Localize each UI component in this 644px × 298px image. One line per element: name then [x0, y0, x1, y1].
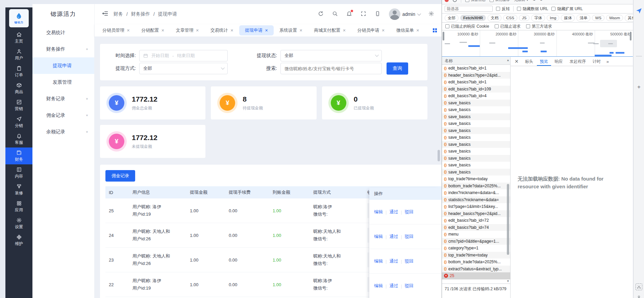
rail-item-service[interactable]: 客服 [5, 131, 32, 147]
request-row[interactable]: {}edit_basics?tab_id=1 [442, 65, 510, 72]
menu-item-withdraw-apply[interactable]: 提现申请 [32, 57, 94, 74]
breadcrumb-item[interactable]: 财务操作 [131, 11, 150, 17]
request-row[interactable]: {}edit_basics?tab_id=1 [442, 79, 510, 86]
blocked-checkbox[interactable]: 已阻止请求 [495, 24, 521, 29]
close-icon[interactable]: ✕ [161, 28, 164, 33]
request-row[interactable]: {}save_basics [442, 162, 510, 169]
request-row[interactable]: {}save_basics [442, 148, 510, 155]
date-range-input[interactable]: 开始日期 - 结束日期 [139, 50, 228, 61]
request-list-scrollbar[interactable]: ▲ ▼ [506, 65, 510, 283]
rail-item-home[interactable]: 主页 [5, 29, 32, 46]
rail-item-maintain[interactable]: 维护 [5, 232, 32, 249]
scrollbar-thumb[interactable] [507, 184, 509, 255]
request-row[interactable]: {}save_basics [442, 100, 510, 107]
menu-item-balance-records[interactable]: 余额记录∨ [32, 124, 94, 140]
action-edit[interactable]: 编辑 [374, 209, 383, 215]
query-button[interactable]: 查询 [387, 62, 408, 75]
mobile-preview-icon[interactable] [375, 11, 380, 18]
menu-item-invoice-manage[interactable]: 发票管理 [32, 74, 94, 90]
menu-item-finance-ops[interactable]: 财务操作∧ [32, 41, 94, 57]
rail-item-users[interactable]: 用户 [5, 46, 32, 63]
rail-item-marketing[interactable]: 营销 [5, 97, 32, 114]
settings-gear-icon[interactable] [428, 11, 434, 18]
scroll-up-icon[interactable]: ▲ [506, 58, 510, 62]
filter-pill-Fetch/XHR[interactable]: Fetch/XHR [460, 15, 486, 21]
menu-item-trade-stats[interactable]: 交易统计 [32, 24, 94, 41]
method-select[interactable]: 全部 [139, 63, 228, 74]
action-approve[interactable]: 通过 [389, 209, 398, 215]
network-timeline-overview[interactable]: 100000 毫秒200000 毫秒300000 毫秒400000 毫秒5000… [442, 30, 633, 57]
user-menu[interactable]: admin [389, 8, 420, 20]
action-edit[interactable]: 编辑 [374, 283, 383, 289]
record-icon[interactable] [445, 0, 449, 2]
status-select[interactable]: 全部 [280, 50, 382, 61]
rail-item-goods[interactable]: 商品 [5, 80, 32, 97]
rail-item-orders[interactable]: 订单 [5, 63, 32, 80]
blocked-checkbox[interactable]: 已阻止的响应 Cookie [445, 24, 489, 29]
fullscreen-icon[interactable] [361, 11, 366, 18]
filter-pill-Wasm[interactable]: Wasm [606, 15, 623, 21]
tab-article-manage[interactable]: 文章管理✕ [170, 25, 204, 35]
request-row[interactable]: {}bottom_trade?data=2025%... [442, 183, 510, 190]
screenshot-scissors-icon[interactable] [634, 283, 644, 290]
name-column-header[interactable]: 名称 [442, 57, 510, 65]
menu-item-finance-records[interactable]: 财务记录∨ [32, 90, 94, 107]
search-input[interactable] [280, 63, 382, 74]
action-reject[interactable]: 驳回 [405, 209, 414, 215]
rail-item-finance[interactable]: 财务 [5, 147, 32, 164]
tab-dist-apply[interactable]: 分销员申请✕ [352, 25, 391, 35]
tab-system-settings[interactable]: 系统设置✕ [274, 25, 308, 35]
request-row[interactable]: {}category?type=1 [442, 245, 510, 252]
action-approve[interactable]: 通过 [389, 283, 398, 289]
request-row[interactable]: {}save_basics [442, 127, 510, 134]
breadcrumb-item[interactable]: 提现申请 [158, 11, 177, 17]
tab-dist-manage[interactable]: 分销员管理✕ [97, 25, 135, 35]
request-row[interactable]: {}save_basics [442, 141, 510, 148]
notification-bell-icon[interactable] [346, 11, 352, 18]
request-row[interactable]: {}extract?status=&extract_typ... [442, 266, 510, 273]
request-row[interactable]: {}header_basics?type=2&pid... [442, 210, 510, 217]
hide-data-url-checkbox[interactable]: 隐藏数据 URL [517, 6, 548, 12]
filter-pill-全部[interactable]: 全部 [445, 15, 459, 22]
timeline-right-handle[interactable] [630, 32, 631, 40]
action-approve[interactable]: 通过 [389, 234, 398, 240]
tab-dist-config[interactable]: 分销配置✕ [135, 25, 170, 35]
action-reject[interactable]: 驳回 [405, 234, 414, 240]
request-row[interactable]: {}index?nickname=&data=&... [442, 189, 510, 196]
request-row[interactable]: {}statistics?nickname=&data= [442, 196, 510, 204]
app-logo[interactable]: 锶动力 [9, 9, 29, 27]
invert-checkbox[interactable]: 反转 [496, 6, 510, 12]
action-edit[interactable]: 编辑 [374, 234, 383, 240]
content-scrollbar-thumb[interactable] [438, 150, 440, 161]
hide-ext-url-checkbox[interactable]: 隐藏扩展 URL [551, 6, 583, 12]
request-row[interactable]: {}cms?pid=0&title=&page=1... [442, 238, 510, 245]
close-detail-icon[interactable]: ✕ [512, 57, 521, 66]
request-row[interactable]: ✕25 [442, 272, 510, 279]
detail-tab-发起程序[interactable]: 发起程序 [567, 57, 589, 66]
request-row[interactable]: {}header_basics?type=2&pid... [442, 72, 510, 79]
detail-tab-计时[interactable]: 计时 [590, 57, 604, 66]
translate-extension-icon[interactable] [634, 7, 644, 14]
network-filter-input[interactable] [445, 6, 493, 12]
tab-trade-stats[interactable]: 交易统计✕ [205, 25, 239, 35]
search-icon[interactable] [332, 11, 338, 18]
timeline-left-handle[interactable] [443, 32, 444, 40]
filter-pill-文档[interactable]: 文档 [488, 15, 501, 22]
request-row[interactable]: {}bottom_trade?data=2025%... [442, 259, 510, 266]
close-icon[interactable]: ✕ [382, 28, 385, 33]
refresh-icon[interactable] [318, 11, 324, 18]
filter-pill-清单[interactable]: 清单 [576, 15, 590, 22]
request-row[interactable]: {}edit_basics?tab_id=74 [442, 224, 510, 231]
filter-pill-媒体[interactable]: 媒体 [561, 15, 575, 22]
filter-pill-JS[interactable]: JS [519, 15, 529, 21]
plus-icon[interactable]: + [634, 84, 644, 90]
tab-mall-pay-config[interactable]: 商城支付配置✕ [308, 25, 351, 35]
close-icon[interactable]: ✕ [127, 28, 130, 33]
detail-tab-响应[interactable]: 响应 [552, 57, 566, 66]
rail-item-settings[interactable]: 设置 [5, 215, 32, 232]
detail-tab-预览[interactable]: 预览 [537, 57, 551, 66]
filter-pill-Img[interactable]: Img [547, 15, 559, 21]
blocked-checkbox[interactable]: 第三方请求 [526, 24, 552, 29]
close-icon[interactable]: ✕ [230, 28, 233, 33]
filter-pill-WS[interactable]: WS [592, 15, 604, 21]
